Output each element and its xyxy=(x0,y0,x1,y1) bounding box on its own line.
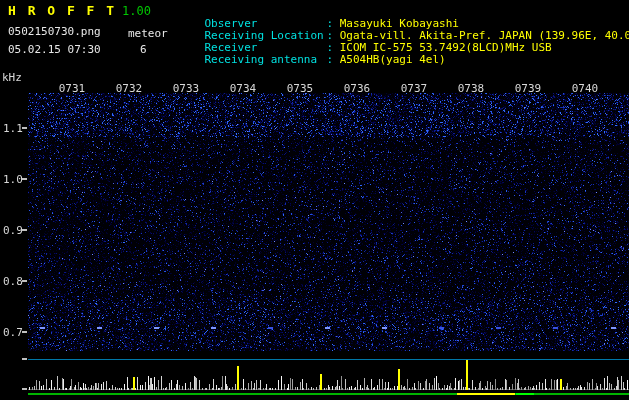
freq-axis-label: 0.7 xyxy=(3,326,23,339)
time-axis-label: 0733 xyxy=(169,82,203,95)
time-axis-label: 0740 xyxy=(568,82,602,95)
freq-tick xyxy=(22,127,27,129)
freq-tick xyxy=(22,331,27,333)
info-colon: : xyxy=(327,53,334,66)
freq-tick xyxy=(22,280,27,282)
info-label: Receiving antenna xyxy=(205,54,327,66)
time-axis-label: 0732 xyxy=(112,82,146,95)
meteor-count: 6 xyxy=(140,43,147,56)
freq-axis-label: 1.0 xyxy=(3,173,23,186)
datetime-label: 05.02.15 07:30 xyxy=(8,43,101,56)
app-title: H R O F F T xyxy=(8,3,116,18)
app-version: 1.00 xyxy=(122,4,151,18)
freq-tick xyxy=(22,229,27,231)
freq-tick xyxy=(22,178,27,180)
time-axis-label: 0738 xyxy=(454,82,488,95)
freq-axis-unit: kHz xyxy=(2,71,22,84)
mode-label: meteor xyxy=(128,27,168,40)
time-axis-label: 0731 xyxy=(55,82,89,95)
time-axis-label: 0737 xyxy=(397,82,431,95)
time-axis-label: 0734 xyxy=(226,82,260,95)
time-axis-label: 0736 xyxy=(340,82,374,95)
freq-axis-label: 0.8 xyxy=(3,275,23,288)
bottom-graph-tick xyxy=(22,388,27,390)
time-axis-label: 0735 xyxy=(283,82,317,95)
freq-axis-label: 1.1 xyxy=(3,122,23,135)
time-axis-label: 0739 xyxy=(511,82,545,95)
bottom-graph-tick xyxy=(22,358,27,360)
hrofft-screen: H R O F F T 1.00 0502150730.png meteor 0… xyxy=(0,0,629,400)
info-value: A504HB(yagi 4el) xyxy=(340,53,446,66)
filename-label: 0502150730.png xyxy=(8,25,101,38)
info-row-antenna: Receiving antenna: A504HB(yagi 4el) xyxy=(178,42,446,78)
freq-axis-label: 0.9 xyxy=(3,224,23,237)
